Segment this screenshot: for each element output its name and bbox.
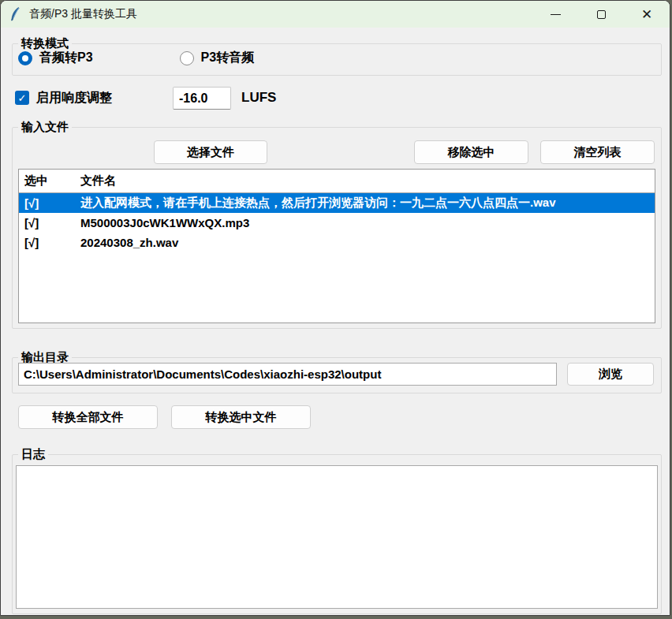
app-window: 音频/P3 批量转换工具 ✕ 转换模式 音频转P3 P3转音频 ✓ 启用响度调整… (0, 0, 670, 616)
file-row[interactable]: [√] M500003J0cWK1WWxQX.mp3 (19, 213, 655, 233)
log-group: 日志 (12, 454, 662, 614)
loudness-checkbox-label: 启用响度调整 (36, 90, 112, 106)
header-checked: 选中 (19, 173, 80, 188)
output-path-input[interactable] (18, 363, 557, 386)
remove-selected-button[interactable]: 移除选中 (414, 140, 528, 164)
radio-audio-to-p3[interactable]: 音频转P3 (18, 50, 93, 66)
close-button[interactable]: ✕ (624, 1, 670, 28)
radio-p3-to-audio[interactable]: P3转音频 (180, 50, 255, 66)
app-feather-icon (9, 7, 22, 21)
log-group-label: 日志 (18, 446, 48, 462)
lufs-value-input[interactable] (173, 87, 231, 110)
browse-button[interactable]: 浏览 (567, 363, 654, 386)
clear-list-button[interactable]: 清空列表 (540, 140, 655, 164)
lufs-unit-label: LUFS (241, 90, 276, 106)
log-textarea[interactable] (16, 465, 658, 609)
mode-group-label: 转换模式 (18, 35, 72, 51)
input-files-group-label: 输入文件 (18, 119, 72, 135)
loudness-checkbox[interactable]: ✓ (15, 91, 29, 105)
radio-unselected-icon (180, 51, 194, 65)
minimize-button[interactable] (532, 1, 578, 28)
select-files-button[interactable]: 选择文件 (154, 140, 267, 164)
header-filename: 文件名 (80, 173, 655, 188)
file-row[interactable]: [√] 20240308_zh.wav (19, 233, 655, 252)
title-bar: 音频/P3 批量转换工具 ✕ (1, 1, 670, 28)
window-title: 音频/P3 批量转换工具 (29, 7, 137, 21)
radio-selected-icon (18, 51, 32, 65)
convert-all-button[interactable]: 转换全部文件 (18, 405, 158, 429)
file-list-header: 选中 文件名 (19, 170, 655, 193)
file-row[interactable]: [√] 进入配网模式，请在手机上连接热点，然后打开浏览器访问：一九二点一六八点四… (19, 193, 655, 213)
maximize-button[interactable] (578, 1, 624, 28)
loudness-checkbox-row: ✓ 启用响度调整 (15, 86, 112, 110)
file-list[interactable]: 选中 文件名 [√] 进入配网模式，请在手机上连接热点，然后打开浏览器访问：一九… (18, 169, 655, 323)
convert-selected-button[interactable]: 转换选中文件 (171, 405, 311, 429)
check-icon: ✓ (18, 92, 27, 104)
